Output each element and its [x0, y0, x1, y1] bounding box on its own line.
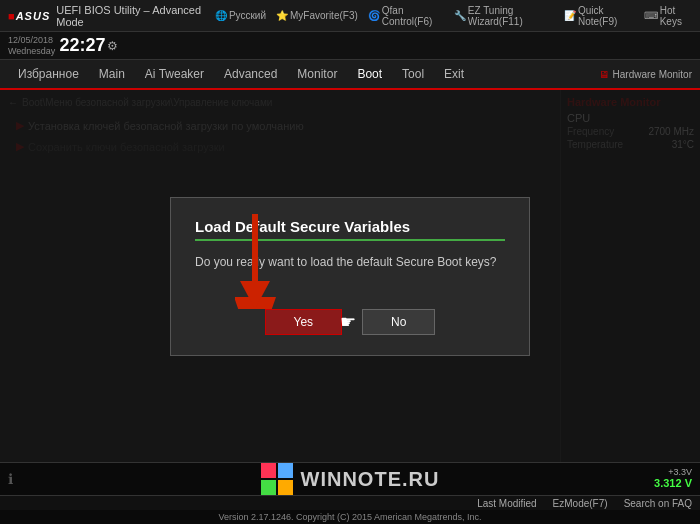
nav-izbrannoye[interactable]: Избранное [8, 59, 89, 89]
quicknote-icon-item[interactable]: 📝 Quick Note(F9) [564, 5, 634, 27]
nav-bar: Избранное Main Ai Tweaker Advanced Monit… [0, 60, 700, 90]
svg-marker-2 [240, 281, 270, 309]
watermark-text: WINNOTE.RU [301, 468, 440, 491]
no-button[interactable]: No [362, 309, 435, 335]
time-display: 22:27 [59, 35, 105, 56]
dialog-message: Do you really want to load the default S… [195, 255, 505, 269]
last-modified-link[interactable]: Last Modified [477, 498, 536, 509]
date-display: 12/05/2018Wednesday [8, 35, 55, 57]
win-quad-3 [261, 480, 276, 495]
ez-mode-link[interactable]: EzMode(F7) [553, 498, 608, 509]
lang-icon-item[interactable]: 🌐 Русский [215, 10, 266, 21]
datetime-bar: 12/05/2018Wednesday 22:27 ⚙ 🌐 Русский ⭐ … [0, 32, 700, 60]
nav-monitor[interactable]: Monitor [287, 59, 347, 89]
dialog-buttons: Yes ☛ No [195, 309, 505, 335]
tuning-icon-item[interactable]: 🔧 EZ Tuning Wizard(F11) [454, 5, 554, 27]
qfan-icon-item[interactable]: 🌀 Qfan Control(F6) [368, 5, 444, 27]
settings-icon[interactable]: ⚙ [107, 39, 118, 53]
bios-title: UEFI BIOS Utility – Advanced Mode [56, 4, 215, 28]
footer-links: Last Modified EzMode(F7) Search on FAQ [0, 495, 700, 510]
info-icon: ℹ [8, 471, 13, 487]
win-quad-4 [278, 480, 293, 495]
top-icons: 🌐 Русский ⭐ MyFavorite(F3) 🌀 Qfan Contro… [215, 5, 692, 27]
watermark-bar: ℹ WINNOTE.RU +3.3V 3.312 V [0, 463, 700, 495]
version-bar: Version 2.17.1246. Copyright (C) 2015 Am… [0, 510, 700, 524]
nav-tool[interactable]: Tool [392, 59, 434, 89]
voltage-badge: +3.3V 3.312 V [654, 467, 692, 489]
dialog-title: Load Default Secure Variables [195, 218, 505, 241]
nav-ai-tweaker[interactable]: Ai Tweaker [135, 59, 214, 89]
win-quad-1 [261, 463, 276, 478]
nav-boot[interactable]: Boot [347, 60, 392, 90]
dialog-overlay: Load Default Secure Variables Do you rea… [0, 90, 700, 462]
search-faq-link[interactable]: Search on FAQ [624, 498, 692, 509]
voltage-value: 3.312 V [654, 477, 692, 489]
nav-main[interactable]: Main [89, 59, 135, 89]
cursor-hand-icon: ☛ [340, 311, 356, 333]
win-quad-2 [278, 463, 293, 478]
yes-button[interactable]: Yes [265, 309, 343, 335]
bottom-bar: ℹ WINNOTE.RU +3.3V 3.312 V Last Modified… [0, 462, 700, 524]
hotkeys-icon-item[interactable]: ⌨ Hot Keys [644, 5, 692, 27]
dialog-box: Load Default Secure Variables Do you rea… [170, 197, 530, 356]
top-bar: ■ASUS UEFI BIOS Utility – Advanced Mode … [0, 0, 700, 32]
hardware-monitor-nav: 🖥 Hardware Monitor [599, 69, 692, 80]
voltage-label: +3.3V [654, 467, 692, 477]
watermark-logo: WINNOTE.RU [261, 463, 440, 495]
asus-logo: ■ASUS [8, 10, 50, 22]
windows-logo-icon [261, 463, 293, 495]
nav-exit[interactable]: Exit [434, 59, 474, 89]
monitor-icon: 🖥 [599, 69, 609, 80]
favorite-icon-item[interactable]: ⭐ MyFavorite(F3) [276, 10, 358, 21]
nav-advanced[interactable]: Advanced [214, 59, 287, 89]
